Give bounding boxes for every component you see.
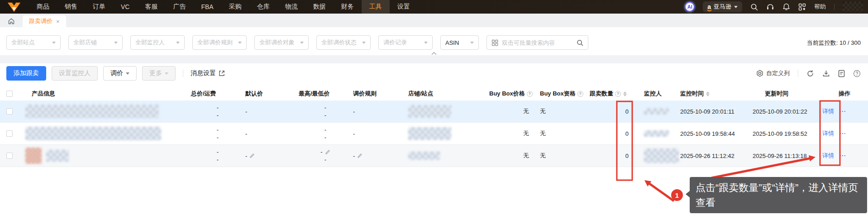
detail-link[interactable]: 详情 [822, 152, 834, 160]
search-input[interactable] [502, 39, 573, 46]
nav-item-finance[interactable]: 财务 [334, 0, 362, 14]
tab-label: 跟卖调价 [29, 17, 52, 25]
monitor-count-label: 当前监控数: [807, 39, 838, 46]
nav-item-purchase[interactable]: 采购 [221, 0, 249, 14]
chevron-down-icon [362, 42, 366, 44]
user-avatar-blurred[interactable] [843, 2, 863, 12]
reprice-dropdown-button[interactable]: 调价 [103, 66, 137, 81]
ai-assistant-button[interactable]: AI [685, 2, 695, 12]
notification-bell-icon[interactable] [782, 3, 790, 11]
row-checkbox[interactable] [6, 130, 13, 137]
filter-reprice-record-value: 调价记录 [383, 38, 407, 47]
nav-item-orders[interactable]: 订单 [85, 0, 113, 14]
sort-icon[interactable] [706, 91, 710, 96]
chevron-down-icon [126, 72, 129, 75]
select-all-checkbox[interactable] [6, 91, 13, 97]
follow-count-value[interactable]: 0 [625, 108, 629, 115]
close-icon[interactable]: × [56, 19, 60, 24]
tab-follow-sell-repricing[interactable]: 跟卖调价 × [23, 15, 66, 27]
row-more-menu[interactable]: ··· [839, 130, 846, 137]
follow-count-value[interactable]: 0 [625, 130, 629, 137]
info-icon[interactable]: ? [527, 91, 533, 97]
custom-columns-button[interactable]: 自定义列 [756, 69, 790, 77]
nav-item-warehouse[interactable]: 仓库 [249, 0, 277, 14]
col-store-site: 店铺/站点 [406, 90, 487, 98]
detail-link[interactable]: 详情 [822, 129, 834, 138]
apps-grid-icon[interactable] [798, 3, 806, 11]
blurred-product-info [25, 127, 161, 140]
add-follow-sell-button[interactable]: 添加跟卖 [6, 66, 46, 81]
report-document-icon[interactable] [838, 70, 845, 77]
edit-pencil-icon[interactable] [357, 153, 362, 158]
filter-reprice-record-select[interactable]: 调价记录 [378, 35, 433, 50]
nav-item-logistics[interactable]: 物流 [277, 0, 305, 14]
info-icon[interactable]: ? [615, 91, 621, 97]
row-checkbox[interactable] [6, 153, 13, 159]
table-header-row: 产品信息 总价/运费 默认价 最高/最低价 调价规则 店铺/站点 Buy Box… [0, 87, 868, 100]
topnav-right: AI a 亚马逊 帮助 [685, 0, 868, 14]
search-icon[interactable] [577, 39, 583, 46]
col-buybox-price: Buy Box价格? [487, 90, 533, 98]
blurred-product-info [46, 150, 69, 162]
filter-site-value: 全部站点 [11, 38, 35, 47]
headset-icon[interactable] [766, 3, 774, 11]
marketplace-select[interactable]: a 亚马逊 [703, 1, 742, 12]
row-more-menu[interactable]: ··· [839, 108, 846, 115]
nav-item-products[interactable]: 商品 [29, 0, 57, 14]
table-row[interactable]: -- - -- - 无 无 0 2025-10-09 19:58:44 2025… [0, 123, 868, 145]
filter-reprice-target-select[interactable]: 全部调价对象 [254, 35, 309, 50]
search-icon[interactable] [750, 3, 758, 11]
col-product-info: 产品信息 [19, 90, 190, 98]
table-row[interactable]: -- - -- - 无 无 0 2025-09-26 11:12:42 2025… [0, 145, 868, 167]
filter-store-select[interactable]: 全部店铺 [68, 35, 123, 50]
nav-item-data[interactable]: 数据 [305, 0, 334, 14]
more-label: 更多 [149, 69, 162, 77]
refresh-icon[interactable] [806, 70, 814, 77]
blurred-store-site [408, 127, 451, 140]
nav-item-ads[interactable]: 广告 [165, 0, 193, 14]
monitor-table: 产品信息 总价/运费 默认价 最高/最低价 调价规则 店铺/站点 Buy Box… [0, 87, 868, 167]
edit-pencil-icon[interactable] [249, 153, 255, 158]
filter-site-select[interactable]: 全部站点 [6, 35, 61, 50]
col-reprice-rule: 调价规则 [352, 90, 406, 98]
nav-item-sales[interactable]: 销售 [57, 0, 85, 14]
more-dropdown-button[interactable]: 更多 [142, 66, 176, 81]
chevron-down-icon [176, 42, 180, 44]
message-settings-link[interactable]: 消息设置 [191, 69, 225, 77]
filter-asin-select[interactable]: ASIN [440, 35, 479, 50]
filter-monitor-person-value: 全部监控人 [135, 38, 165, 47]
collapse-filters-handle[interactable] [431, 52, 437, 55]
filter-monitor-person-select[interactable]: 全部监控人 [130, 35, 185, 50]
sort-icon[interactable] [623, 91, 627, 96]
row-checkbox[interactable] [6, 108, 13, 115]
row-more-menu[interactable]: ··· [839, 153, 846, 159]
info-icon[interactable]: ? [577, 91, 583, 97]
blurred-product-info [25, 105, 159, 118]
nav-item-fba[interactable]: FBA [193, 0, 221, 14]
home-tab-button[interactable] [4, 15, 19, 27]
set-monitor-person-button[interactable]: 设置监控人 [52, 66, 98, 81]
help-link[interactable]: 帮助 [814, 3, 826, 11]
col-buybox-eligible: Buy Box资格? [533, 90, 590, 98]
batch-search-icon [491, 39, 498, 46]
follow-count-value[interactable]: 0 [625, 153, 629, 159]
download-icon[interactable] [822, 70, 830, 77]
filter-store-value: 全部店铺 [73, 38, 97, 47]
nav-item-settings[interactable]: 设置 [390, 0, 418, 14]
filter-reprice-rule-select[interactable]: 全部调价规则 [192, 35, 247, 50]
nav-item-vc[interactable]: VC [113, 0, 137, 14]
filter-reprice-status-select[interactable]: 全部调价状态 [316, 35, 371, 50]
detail-link[interactable]: 详情 [822, 107, 834, 115]
nav-item-service[interactable]: 客服 [137, 0, 165, 14]
nav-item-tools[interactable]: 工具 [362, 0, 390, 14]
edit-pencil-icon[interactable] [325, 149, 330, 155]
filter-reprice-target-value: 全部调价对象 [259, 38, 295, 47]
table-row[interactable]: -- - -- - 无 无 0 2025-10-09 20:01:11 2025… [0, 100, 868, 123]
help-circle-icon[interactable] [853, 70, 861, 77]
chevron-down-icon [52, 42, 56, 44]
filter-reprice-status-value: 全部调价状态 [321, 38, 357, 47]
col-monitor-time: 监控时间 [679, 90, 751, 98]
col-total-shipping: 总价/运费 [190, 90, 244, 98]
blurred-monitor-person [644, 108, 669, 115]
app-logo-icon[interactable] [6, 0, 22, 14]
